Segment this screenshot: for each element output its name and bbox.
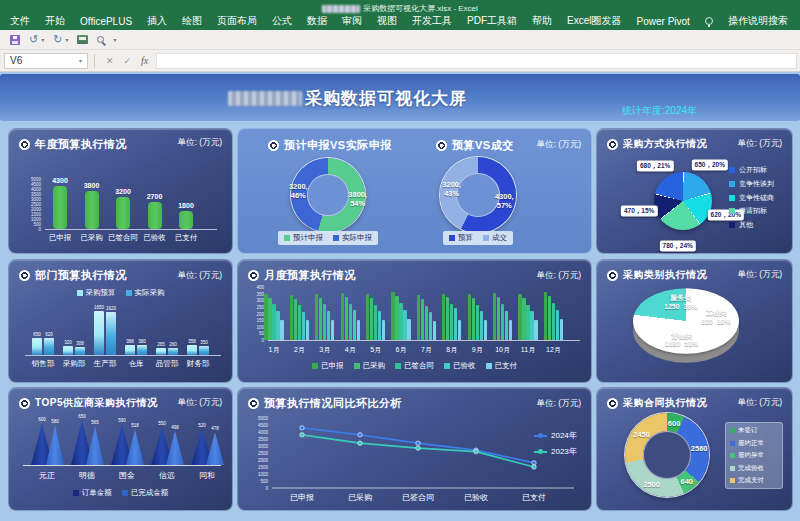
bar: [399, 303, 402, 340]
cone-value: 600: [38, 417, 46, 422]
bar: [323, 304, 326, 340]
x-axis: [45, 229, 217, 230]
ribbon-tab-9[interactable]: 审阅: [342, 14, 362, 28]
legend-swatch: [122, 490, 128, 496]
pie-data-label: 680，21%: [637, 160, 673, 171]
bar: [493, 293, 496, 340]
panel-yoy-analysis[interactable]: 预算执行情况同比环比分析 单位: (万元) 050010001500200025…: [237, 387, 592, 511]
save-icon[interactable]: [10, 35, 20, 45]
tell-me-search[interactable]: 操作说明搜索: [728, 14, 788, 28]
print-preview-icon[interactable]: [97, 36, 104, 43]
bar: [137, 345, 147, 355]
cone-bar: [86, 426, 104, 465]
legend-item: 成交: [483, 233, 507, 243]
bar: [391, 292, 394, 340]
dashboard-sheet: 采购数据可视化大屏 统计年度:2024年 年度预算执行情况 单位: (万元) 0…: [0, 72, 800, 521]
panel-declare-budget-donuts[interactable]: 预计申报VS实际申报 预算VS成交 单位: (万元) 3800,54%3200,…: [237, 128, 592, 254]
legend-swatch: [730, 428, 735, 433]
axis-tick: 200: [256, 311, 264, 316]
bar: [319, 298, 322, 340]
bar: [32, 338, 42, 355]
redo-dropdown-icon[interactable]: ▾: [65, 36, 68, 43]
bar: [370, 298, 373, 340]
undo-dropdown-icon[interactable]: ▾: [41, 36, 44, 43]
axis-tick: 4500: [31, 182, 41, 187]
undo-icon[interactable]: ↺: [29, 34, 38, 45]
panel-category-exec[interactable]: 采购类别执行情况 单位: (万元) 服务类1250 39%工程类320 10%货…: [596, 259, 793, 383]
formula-bar: V6 ▾ ✕ ✓ fx: [0, 50, 800, 72]
category-label: 采购部: [63, 359, 86, 369]
axis-tick: 4000: [31, 187, 41, 192]
monthly-budget-chart: 0501001502002503003504001月2月3月4月5月6月7月8月…: [238, 260, 591, 382]
category-label: 8月: [446, 345, 457, 355]
bar-value: 320: [64, 340, 72, 345]
svg-text:已申报: 已申报: [290, 493, 314, 502]
bar-value: 620: [45, 332, 53, 337]
ribbon-tab-12[interactable]: PDF工具箱: [467, 14, 517, 28]
ribbon-tab-14[interactable]: Excel圈发器: [567, 14, 621, 28]
category-label: 同和: [199, 470, 215, 481]
axis-tick: 100: [256, 324, 264, 329]
ribbon-tab-4[interactable]: 插入: [147, 14, 167, 28]
panel-annual-budget[interactable]: 年度预算执行情况 单位: (万元) 0500100015002000250030…: [8, 128, 233, 254]
bar: [168, 348, 178, 355]
svg-text:5000: 5000: [258, 416, 269, 421]
panel-contract-exec[interactable]: 采购合同执行情况 单位: (万元) 600256064025002450未签订履…: [596, 387, 793, 511]
cone-value: 650: [78, 414, 86, 419]
x-axis: [268, 340, 580, 341]
enter-icon[interactable]: ✓: [119, 56, 137, 66]
legend-item: 已申报: [312, 361, 344, 371]
legend-item: 已支付: [486, 361, 518, 371]
legend-item: 已签合同: [395, 361, 434, 371]
bar-value: 1620: [106, 306, 116, 311]
panel-dept-budget[interactable]: 部门预算执行情况 单位: (万元) 采购预算实际采购650620销售部32030…: [8, 259, 233, 383]
bar: [268, 298, 271, 340]
category-label: 财务部: [187, 359, 210, 369]
bar: [501, 304, 504, 340]
bar: [345, 297, 348, 340]
bar: [106, 312, 116, 355]
legend-label: 成交: [492, 233, 507, 243]
bar: [298, 305, 301, 340]
name-box[interactable]: V6 ▾: [4, 53, 88, 69]
category-label: 已签合同: [108, 233, 138, 243]
print-icon[interactable]: [77, 35, 88, 44]
legend-line: [534, 451, 547, 453]
legend-line: [534, 435, 547, 437]
ribbon-tab-8[interactable]: 数据: [307, 14, 327, 28]
ribbon-tab-11[interactable]: 开发工具: [412, 14, 452, 28]
ribbon-tab-3[interactable]: OfficePLUS: [80, 16, 132, 27]
ribbon-tab-13[interactable]: 帮助: [532, 14, 552, 28]
category-label: 1月: [269, 345, 280, 355]
ribbon-tab-2[interactable]: 开始: [45, 14, 65, 28]
bar: [264, 294, 267, 340]
bar: [497, 297, 500, 340]
customize-toolbar-icon[interactable]: ▾: [113, 36, 116, 43]
ribbon-tab-15[interactable]: Power Pivot: [637, 16, 690, 27]
cone-value: 580: [51, 419, 59, 424]
formula-input[interactable]: [156, 53, 797, 69]
cancel-icon[interactable]: ✕: [101, 56, 119, 66]
ribbon-tab-6[interactable]: 页面布局: [217, 14, 257, 28]
category-label: 3月: [319, 345, 330, 355]
ribbon-tab-5[interactable]: 绘图: [182, 14, 202, 28]
ribbon-tab-1[interactable]: 文件: [10, 14, 30, 28]
name-box-dropdown-icon[interactable]: ▾: [79, 57, 82, 64]
ribbon-tab-7[interactable]: 公式: [272, 14, 292, 28]
bar: [179, 211, 193, 229]
bar: [353, 310, 356, 340]
legend-swatch: [73, 490, 79, 496]
panel-purchase-method[interactable]: 采购方式执行情况 单位: (万元) 650，20%620，20%780，24%4…: [596, 128, 793, 254]
panel-monthly-budget[interactable]: 月度预算执行情况 单位: (万元) 0501001502002503003504…: [237, 259, 592, 383]
bar-value: 358: [188, 339, 196, 344]
legend-swatch: [729, 167, 735, 173]
bar: [407, 319, 410, 340]
panel-top5-supplier[interactable]: TOP5供应商采购执行情况 单位: (万元) 600580元正650565明德5…: [8, 387, 233, 511]
ribbon-tab-10[interactable]: 视图: [377, 14, 397, 28]
chart-legend: 订单金额已完成金额: [9, 488, 232, 498]
x-axis: [25, 355, 221, 356]
donut-hole: [456, 173, 500, 217]
cone-value: 498: [171, 425, 179, 430]
insert-function-icon[interactable]: fx: [136, 55, 153, 66]
redo-icon[interactable]: ↻: [53, 34, 62, 45]
